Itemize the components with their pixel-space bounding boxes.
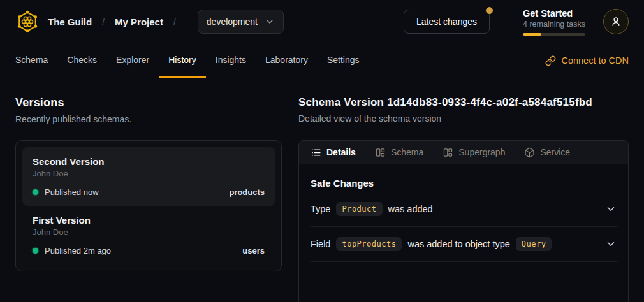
safe-changes-title: Safe Changes — [311, 178, 617, 189]
cube-icon — [524, 147, 535, 158]
app-window: The Guild / My Project / development Lat… — [0, 0, 644, 302]
version-name: Second Version — [33, 156, 265, 167]
version-list-item[interactable]: Second Version John Doe Published now pr… — [22, 147, 275, 206]
detail-tab-details[interactable]: Details — [311, 147, 356, 158]
schema-version-panel: Schema Version 1d14db83-0933-4f4c-a02f-a… — [298, 78, 629, 302]
published-status-dot-icon — [33, 189, 38, 195]
version-meta-row: Published now products — [33, 187, 265, 197]
code-badge: Query — [516, 237, 552, 251]
detail-tab-schema[interactable]: Schema — [375, 147, 423, 158]
app-header: The Guild / My Project / development Lat… — [0, 0, 644, 43]
version-publish-status: Published 2m ago — [45, 246, 111, 255]
tab-checks[interactable]: Checks — [57, 43, 106, 78]
get-started-title: Get Started — [523, 8, 585, 18]
changes-list: TypeProductwas added FieldtopProductswas… — [311, 192, 617, 262]
detail-tabs: Details Schema Supergraph Service — [299, 141, 628, 164]
change-text-segment: Type — [311, 204, 330, 214]
schema-change-text: TypeProductwas added — [311, 202, 433, 216]
org-breadcrumb-link[interactable]: The Guild — [48, 17, 92, 27]
connect-to-cdn-link[interactable]: Connect to CDN — [545, 55, 629, 66]
chevron-down-icon — [605, 203, 617, 215]
notification-dot — [486, 7, 493, 14]
connect-to-cdn-label: Connect to CDN — [561, 55, 629, 66]
version-service-name: products — [229, 187, 265, 197]
version-service-name: users — [242, 246, 265, 255]
schema-change-text: FieldtopProductswas added to object type… — [311, 237, 552, 251]
columns-icon — [443, 147, 453, 158]
get-started-progressbar — [523, 33, 585, 36]
detail-tab-service[interactable]: Service — [524, 147, 570, 158]
tab-insights[interactable]: Insights — [206, 43, 256, 78]
guild-logo-icon[interactable] — [15, 10, 40, 34]
change-text-segment: was added — [388, 204, 433, 214]
tab-schema[interactable]: Schema — [6, 43, 57, 78]
breadcrumb: The Guild / My Project / development — [15, 10, 284, 34]
tab-settings[interactable]: Settings — [318, 43, 369, 78]
versions-subtitle: Recently published schemas. — [15, 114, 282, 124]
get-started-widget[interactable]: Get Started 4 remaining tasks — [523, 8, 585, 36]
main-tabbar: SchemaChecksExplorerHistoryInsightsLabor… — [0, 43, 644, 78]
project-breadcrumb-link[interactable]: My Project — [115, 17, 163, 27]
versions-panel: Versions Recently published schemas. Sec… — [15, 78, 282, 302]
version-author: John Doe — [33, 227, 265, 237]
schema-version-subtitle: Detailed view of the schema version — [298, 113, 629, 124]
user-icon — [610, 15, 622, 28]
versions-title: Versions — [15, 96, 282, 110]
tab-explorer[interactable]: Explorer — [106, 43, 159, 78]
change-text-segment: Field — [311, 239, 330, 249]
detail-tab-content: Safe Changes TypeProductwas added Fieldt… — [299, 164, 628, 262]
target-select-value: development — [207, 17, 258, 27]
chevron-down-icon — [605, 238, 617, 250]
version-list-item[interactable]: First Version John Doe Published 2m ago … — [22, 206, 275, 264]
tab-history[interactable]: History — [159, 43, 206, 78]
code-badge: Product — [336, 202, 382, 216]
main-tabs: SchemaChecksExplorerHistoryInsightsLabor… — [6, 43, 369, 78]
schema-change-row[interactable]: FieldtopProductswas added to object type… — [311, 227, 617, 262]
list-icon — [311, 147, 321, 158]
breadcrumb-separator: / — [102, 17, 105, 27]
schema-version-detail-card: Details Schema Supergraph Service Safe C… — [298, 140, 629, 302]
get-started-progress-fill — [523, 33, 541, 36]
latest-changes-button[interactable]: Latest changes — [404, 10, 490, 34]
get-started-subtitle: 4 remaining tasks — [523, 20, 585, 29]
columns-icon — [375, 147, 386, 158]
change-text-segment: was added to object type — [407, 239, 509, 249]
latest-changes-label: Latest changes — [416, 17, 477, 27]
target-select-dropdown[interactable]: development — [198, 10, 284, 34]
schema-change-row[interactable]: TypeProductwas added — [311, 192, 617, 227]
detail-tab-supergraph[interactable]: Supergraph — [443, 147, 505, 158]
published-status-dot-icon — [33, 248, 38, 254]
version-name: First Version — [33, 215, 265, 226]
version-meta-row: Published 2m ago users — [33, 246, 265, 255]
version-author: John Doe — [33, 169, 265, 178]
header-actions: Latest changes Get Started 4 remaining t… — [404, 8, 629, 36]
chevron-down-icon — [265, 17, 275, 27]
code-badge: topProducts — [336, 237, 402, 251]
versions-list: Second Version John Doe Published now pr… — [15, 140, 282, 271]
version-publish-status: Published now — [45, 187, 99, 197]
link-icon — [545, 55, 556, 66]
breadcrumb-separator: / — [173, 17, 176, 27]
schema-version-title: Schema Version 1d14db83-0933-4f4c-a02f-a… — [298, 96, 629, 109]
main-content: Versions Recently published schemas. Sec… — [0, 78, 644, 302]
tab-laboratory[interactable]: Laboratory — [256, 43, 318, 78]
user-avatar-button[interactable] — [603, 9, 629, 34]
